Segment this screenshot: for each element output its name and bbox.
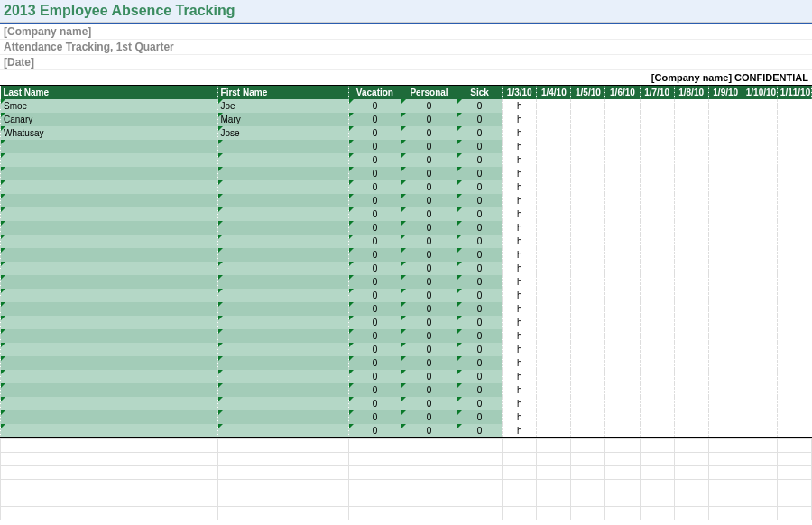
cell-date[interactable] — [674, 113, 708, 126]
cell-date[interactable]: h — [503, 180, 537, 194]
blank-cell[interactable] — [537, 465, 571, 479]
cell-date[interactable] — [571, 167, 605, 180]
table-row[interactable]: 000h — [1, 410, 812, 424]
blank-cell[interactable] — [708, 479, 743, 493]
cell-first[interactable] — [217, 370, 348, 383]
cell-date[interactable] — [743, 262, 777, 275]
blank-cell[interactable] — [217, 493, 348, 506]
cell-date[interactable] — [674, 356, 708, 370]
cell-date[interactable] — [571, 275, 605, 289]
cell-sick[interactable]: 0 — [457, 207, 503, 221]
cell-date[interactable] — [605, 356, 640, 370]
cell-date[interactable] — [777, 329, 811, 343]
cell-date[interactable] — [708, 397, 743, 410]
cell-date[interactable] — [708, 424, 743, 438]
cell-date[interactable] — [743, 383, 777, 397]
cell-date[interactable] — [605, 383, 640, 397]
cell-personal[interactable]: 0 — [401, 180, 457, 194]
table-row[interactable]: 000h — [1, 262, 812, 275]
blank-cell[interactable] — [674, 438, 708, 452]
blank-cell[interactable] — [743, 493, 777, 506]
cell-last[interactable] — [1, 248, 218, 262]
cell-date[interactable] — [674, 275, 708, 289]
cell-date[interactable] — [605, 410, 640, 424]
cell-date[interactable] — [571, 343, 605, 356]
blank-cell[interactable] — [457, 479, 503, 493]
cell-first[interactable] — [217, 289, 348, 302]
cell-sick[interactable]: 0 — [457, 343, 503, 356]
blank-cell[interactable] — [708, 438, 743, 452]
absence-table[interactable]: Last Name First Name Vacation Personal S… — [0, 86, 812, 520]
cell-date[interactable] — [674, 167, 708, 180]
cell-sick[interactable]: 0 — [457, 113, 503, 126]
cell-first[interactable] — [217, 221, 348, 235]
table-row[interactable]: 000h — [1, 329, 812, 343]
cell-first[interactable] — [217, 140, 348, 153]
cell-date[interactable] — [537, 356, 571, 370]
cell-date[interactable] — [605, 262, 640, 275]
blank-cell[interactable] — [777, 493, 811, 506]
table-row[interactable]: 000h — [1, 275, 812, 289]
cell-personal[interactable]: 0 — [401, 289, 457, 302]
blank-cell[interactable] — [348, 506, 401, 520]
cell-date[interactable] — [743, 316, 777, 329]
header-date[interactable]: 1/7/10 — [640, 86, 674, 99]
blank-cell[interactable] — [503, 479, 537, 493]
cell-date[interactable] — [571, 207, 605, 221]
cell-date[interactable] — [537, 383, 571, 397]
blank-cell[interactable] — [503, 438, 537, 452]
cell-date[interactable] — [605, 180, 640, 194]
cell-date[interactable] — [777, 99, 811, 113]
cell-date[interactable]: h — [503, 126, 537, 140]
cell-date[interactable] — [537, 262, 571, 275]
cell-date[interactable] — [640, 329, 674, 343]
cell-date[interactable] — [777, 289, 811, 302]
blank-cell[interactable] — [503, 452, 537, 465]
cell-last[interactable] — [1, 302, 218, 316]
cell-date[interactable]: h — [503, 316, 537, 329]
cell-date[interactable] — [708, 302, 743, 316]
cell-date[interactable] — [743, 329, 777, 343]
cell-date[interactable] — [537, 275, 571, 289]
cell-vacation[interactable]: 0 — [348, 370, 401, 383]
cell-date[interactable] — [537, 140, 571, 153]
blank-cell[interactable] — [1, 506, 218, 520]
cell-last[interactable] — [1, 140, 218, 153]
cell-last[interactable] — [1, 316, 218, 329]
cell-date[interactable] — [640, 289, 674, 302]
cell-date[interactable] — [708, 248, 743, 262]
table-row[interactable]: 000h — [1, 167, 812, 180]
cell-sick[interactable]: 0 — [457, 329, 503, 343]
cell-date[interactable]: h — [503, 329, 537, 343]
blank-cell[interactable] — [348, 465, 401, 479]
cell-date[interactable] — [537, 343, 571, 356]
cell-date[interactable] — [674, 194, 708, 207]
table-row[interactable]: 000h — [1, 180, 812, 194]
cell-sick[interactable]: 0 — [457, 221, 503, 235]
cell-date[interactable] — [674, 262, 708, 275]
cell-vacation[interactable]: 0 — [348, 329, 401, 343]
cell-date[interactable] — [537, 99, 571, 113]
cell-date[interactable] — [674, 289, 708, 302]
cell-date[interactable] — [640, 316, 674, 329]
cell-date[interactable] — [537, 424, 571, 438]
cell-date[interactable] — [674, 235, 708, 248]
cell-first[interactable] — [217, 424, 348, 438]
blank-cell[interactable] — [1, 493, 218, 506]
cell-date[interactable] — [674, 221, 708, 235]
blank-cell[interactable] — [605, 506, 640, 520]
cell-vacation[interactable]: 0 — [348, 221, 401, 235]
cell-date[interactable] — [640, 343, 674, 356]
cell-date[interactable] — [640, 99, 674, 113]
cell-personal[interactable]: 0 — [401, 248, 457, 262]
cell-last[interactable]: Whatusay — [1, 126, 218, 140]
blank-cell[interactable] — [457, 452, 503, 465]
cell-date[interactable] — [537, 180, 571, 194]
blank-cell[interactable] — [537, 452, 571, 465]
cell-personal[interactable]: 0 — [401, 383, 457, 397]
cell-vacation[interactable]: 0 — [348, 316, 401, 329]
cell-date[interactable] — [777, 180, 811, 194]
cell-date[interactable] — [640, 424, 674, 438]
table-row[interactable]: 000h — [1, 316, 812, 329]
cell-first[interactable] — [217, 153, 348, 167]
